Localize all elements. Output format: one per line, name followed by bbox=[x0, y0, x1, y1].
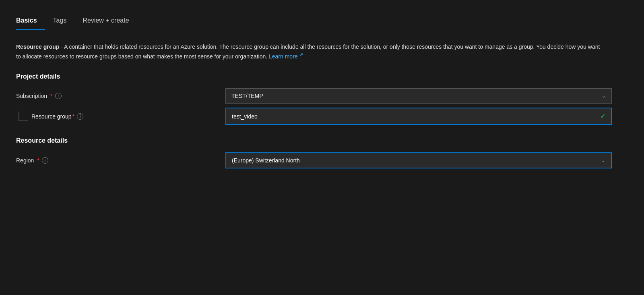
project-details-heading: Project details bbox=[16, 73, 612, 80]
subscription-label-col: Subscription * i bbox=[16, 93, 225, 99]
resource-group-row: Resource group * i test_video ✓ bbox=[16, 108, 612, 125]
subscription-label: Subscription bbox=[16, 93, 47, 99]
resource-details-section: Resource details Region * i (Europe) Swi… bbox=[16, 137, 612, 168]
tab-basics[interactable]: Basics bbox=[16, 12, 45, 30]
region-value: (Europe) Switzerland North bbox=[232, 157, 300, 164]
external-link-icon: ↗ bbox=[299, 52, 303, 57]
resource-group-label: Resource group bbox=[31, 113, 72, 120]
resource-group-info-icon[interactable]: i bbox=[77, 113, 83, 120]
description-bold: Resource group bbox=[16, 44, 59, 50]
description-block: Resource group - A container that holds … bbox=[16, 42, 604, 61]
resource-group-control-col: test_video ✓ bbox=[225, 108, 612, 125]
resource-details-heading: Resource details bbox=[16, 137, 612, 144]
resource-group-check-icon: ✓ bbox=[600, 112, 605, 120]
resource-group-value: test_video bbox=[232, 113, 258, 120]
subscription-chevron-icon: ⌄ bbox=[602, 93, 606, 99]
region-info-icon[interactable]: i bbox=[42, 157, 48, 164]
subscription-value: TEST/TEMP bbox=[231, 93, 263, 99]
learn-more-link[interactable]: Learn more ↗ bbox=[269, 53, 303, 60]
l-connector bbox=[19, 112, 28, 121]
region-label: Region bbox=[16, 157, 34, 164]
region-row: Region * i (Europe) Switzerland North ⌄ bbox=[16, 152, 612, 168]
tab-tags[interactable]: Tags bbox=[53, 12, 75, 30]
resource-group-label-wrapper: Resource group * i bbox=[16, 112, 225, 121]
region-label-col: Region * i bbox=[16, 157, 225, 164]
project-details-section: Project details Subscription * i TEST/TE… bbox=[16, 73, 612, 125]
tab-navigation: Basics Tags Review + create bbox=[16, 12, 612, 30]
region-control-col: (Europe) Switzerland North ⌄ bbox=[225, 152, 612, 168]
subscription-required-star: * bbox=[50, 93, 52, 99]
subscription-row: Subscription * i TEST/TEMP ⌄ bbox=[16, 88, 612, 104]
description-text: - A container that holds related resourc… bbox=[16, 44, 600, 60]
region-required-star: * bbox=[37, 157, 39, 164]
subscription-control-col: TEST/TEMP ⌄ bbox=[225, 88, 612, 104]
tab-review-create[interactable]: Review + create bbox=[83, 12, 137, 30]
subscription-info-icon[interactable]: i bbox=[55, 93, 62, 99]
resource-group-dropdown[interactable]: test_video ✓ bbox=[225, 108, 612, 125]
subscription-dropdown[interactable]: TEST/TEMP ⌄ bbox=[225, 88, 612, 104]
region-dropdown[interactable]: (Europe) Switzerland North ⌄ bbox=[225, 152, 612, 168]
resource-group-required-star: * bbox=[72, 113, 74, 120]
region-chevron-icon: ⌄ bbox=[601, 158, 605, 163]
